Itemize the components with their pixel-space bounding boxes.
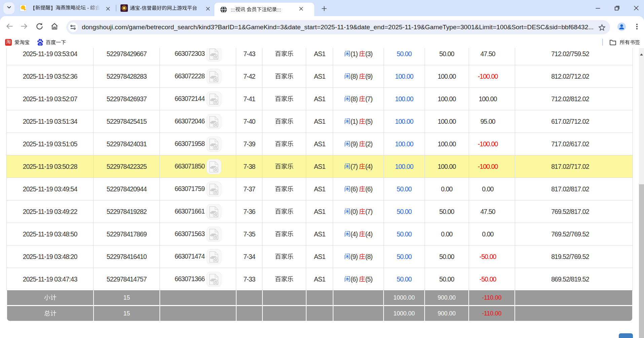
svg-text:du: du: [39, 42, 42, 45]
